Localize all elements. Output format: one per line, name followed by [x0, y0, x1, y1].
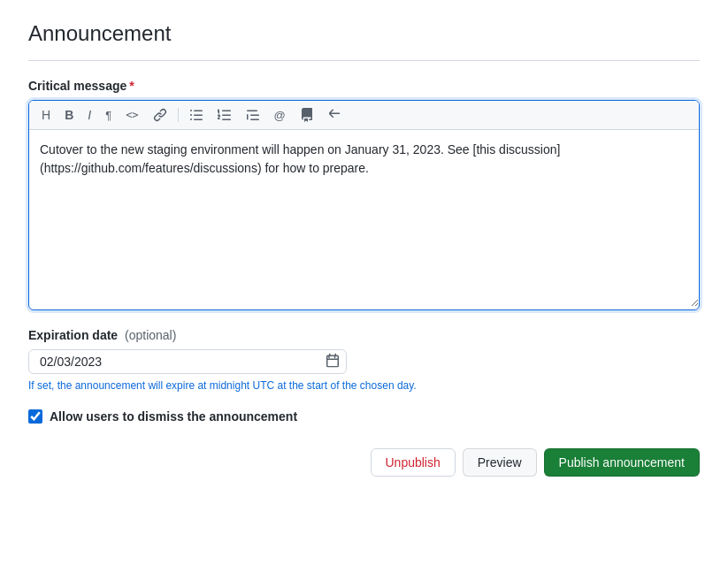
unpublish-button[interactable]: Unpublish	[371, 448, 456, 477]
code-button[interactable]: <>	[122, 108, 142, 122]
editor-toolbar: H B I ¶ <>	[29, 101, 699, 130]
link-icon	[153, 108, 167, 122]
dismiss-label[interactable]: Allow users to dismiss the announcement	[50, 409, 297, 424]
required-indicator: *	[129, 79, 134, 93]
attachment-button[interactable]	[296, 106, 318, 124]
message-textarea[interactable]: Cutover to the new staging environment w…	[29, 130, 699, 307]
expiration-date-group: Expiration date (optional) If set, the a…	[28, 328, 700, 392]
ordered-list-button[interactable]	[214, 106, 235, 124]
publish-announcement-button[interactable]: Publish announcement	[544, 448, 700, 477]
date-input-wrapper	[28, 349, 347, 374]
unordered-list-button[interactable]	[186, 106, 207, 124]
link-button[interactable]	[149, 106, 171, 124]
section-divider	[28, 60, 700, 61]
actions-row: Unpublish Preview Publish announcement	[28, 448, 700, 477]
expiration-date-input[interactable]	[28, 349, 347, 374]
expiration-helper-text: If set, the announcement will expire at …	[28, 379, 700, 392]
mention-button[interactable]: @	[271, 108, 289, 123]
italic-button[interactable]: I	[84, 107, 95, 123]
heading-button[interactable]: H	[38, 107, 54, 123]
toolbar-divider-1	[178, 108, 179, 122]
critical-message-label: Critical message*	[28, 79, 700, 93]
page-title: Announcement	[28, 21, 700, 46]
ordered-list-icon	[218, 108, 232, 122]
attachment-icon	[300, 108, 314, 122]
quote-button[interactable]	[242, 106, 264, 124]
critical-message-group: Critical message* H B I ¶ <>	[28, 79, 700, 310]
rich-text-editor: H B I ¶ <>	[28, 100, 700, 310]
preview-button[interactable]: Preview	[463, 448, 537, 477]
bold-button[interactable]: B	[61, 107, 77, 123]
quote-icon	[246, 108, 260, 122]
undo-icon	[328, 108, 342, 122]
unordered-list-icon	[189, 108, 203, 122]
dismiss-checkbox-group: Allow users to dismiss the announcement	[28, 409, 700, 424]
undo-button[interactable]	[325, 106, 346, 124]
expiration-label: Expiration date (optional)	[28, 328, 700, 342]
optional-text: (optional)	[125, 328, 176, 342]
dismiss-checkbox[interactable]	[28, 409, 42, 424]
paragraph-button[interactable]: ¶	[102, 108, 115, 123]
